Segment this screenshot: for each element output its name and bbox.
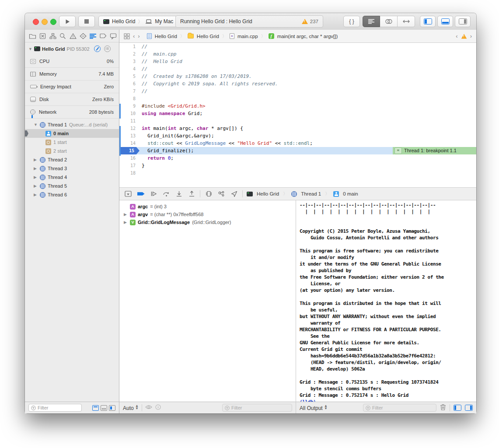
code-line[interactable]: 3// Hello Grid [119, 58, 476, 65]
line-number[interactable]: 17 [119, 162, 140, 169]
report-navigator-icon[interactable] [108, 31, 118, 41]
thread-row[interactable]: ▶Thread 4 [25, 173, 119, 182]
variable-row[interactable]: ▶Aargv= (char **) 0x7ffeefbff568 [119, 210, 296, 218]
navigator-filter-field[interactable]: Filter [28, 404, 82, 412]
jumpbar-crumb-symbol[interactable]: main(int argc, char * argv[]) [277, 34, 338, 39]
stop-button[interactable] [78, 16, 95, 27]
version-editor-button[interactable] [398, 16, 415, 27]
line-number[interactable]: 16 [119, 154, 140, 162]
disclosure-closed-icon[interactable]: ▶ [124, 220, 128, 224]
step-into-button[interactable] [174, 189, 183, 198]
debug-view-hierarchy-button[interactable] [204, 189, 213, 198]
gauge-row-network[interactable]: Network208 bytes/s [25, 106, 119, 119]
toggle-navigator-button[interactable] [420, 16, 436, 27]
code-line[interactable]: 17} [119, 162, 476, 169]
gauge-row-energy-impact[interactable]: Energy ImpactZero [25, 80, 119, 93]
line-number[interactable]: 5 [119, 73, 140, 80]
line-number[interactable]: 7 [119, 88, 140, 95]
variable-row[interactable]: Aargc= (int) 3 [119, 203, 296, 210]
toggle-inspectors-button[interactable] [455, 16, 471, 27]
thread-row[interactable]: ▶Thread 3 [25, 164, 119, 173]
test-navigator-icon[interactable] [78, 31, 87, 41]
code-line[interactable]: 4// [119, 65, 476, 73]
line-number[interactable]: 8 [119, 95, 140, 102]
console-filter-field[interactable]: Filter [363, 404, 436, 412]
code-line[interactable]: 15 Grid_finalize();=Thread 1: breakpoint… [119, 147, 476, 154]
code-line[interactable]: 16 return 0; [119, 154, 476, 162]
code-line[interactable]: 14 std::cout << GridLogMessage << "Hello… [119, 140, 476, 147]
hide-debug-area-button[interactable] [124, 189, 133, 198]
thread-row[interactable]: ▶Thread 2 [25, 155, 119, 164]
find-navigator-icon[interactable] [58, 31, 67, 41]
previous-issue-icon[interactable]: ‹ [456, 33, 457, 39]
line-number[interactable]: 10 [119, 110, 140, 117]
disclosure-closed-icon[interactable]: ▶ [124, 212, 128, 217]
view-process-by-queue-icon[interactable] [101, 405, 107, 411]
line-number[interactable]: 6 [119, 80, 140, 88]
variables-view[interactable]: Aargc= (int) 3▶Aargv= (char **) 0x7ffeef… [119, 200, 296, 402]
stack-frame-row[interactable]: 1 start [25, 138, 119, 147]
assistant-editor-button[interactable] [380, 16, 398, 27]
disclosure-closed-icon[interactable]: ▶ [34, 192, 38, 197]
filter-flagged-threads-icon[interactable] [92, 405, 99, 411]
code-line[interactable]: 13 Grid_init(&argc,&argv); [119, 132, 476, 140]
thread-row[interactable]: ▼Thread 1Queue:...d (serial) [25, 120, 119, 129]
disclosure-open-icon[interactable]: ▼ [34, 122, 38, 127]
line-number[interactable]: 11 [119, 117, 140, 125]
code-line[interactable]: 10using namespace Grid; [119, 110, 476, 117]
activity-viewer[interactable]: Running Hello Grid : Hello Grid 237 [175, 15, 323, 28]
breakpoint-annotation[interactable]: =Thread 1: breakpoint 1.1 [393, 147, 476, 154]
simulate-location-button[interactable] [230, 189, 238, 198]
disclosure-closed-icon[interactable]: ▶ [34, 175, 38, 179]
breakpoint-indicator[interactable]: 15 [119, 147, 140, 154]
code-line[interactable]: 2// main.cpp [119, 50, 476, 58]
line-number[interactable]: 1 [119, 43, 140, 50]
line-number[interactable]: 4 [119, 65, 140, 73]
code-line[interactable]: 11 [119, 117, 476, 125]
code-line[interactable]: 1// [119, 43, 476, 50]
console-output[interactable]: --|--|--|--|--|--|--|--|--|--|--|--|--|-… [296, 200, 476, 402]
breakpoints-toggle-button[interactable] [136, 189, 145, 198]
clear-console-button[interactable] [440, 404, 446, 412]
run-button[interactable] [59, 16, 76, 27]
issue-navigator-icon[interactable] [68, 31, 77, 41]
go-forward-icon[interactable]: › [138, 33, 140, 39]
continue-button[interactable] [149, 189, 158, 198]
line-number[interactable]: 14 [119, 140, 140, 147]
disclosure-closed-icon[interactable]: ▶ [34, 166, 38, 171]
line-number[interactable]: 9 [119, 102, 140, 110]
jumpbar-crumb-file[interactable]: main.cpp [237, 34, 258, 39]
toggle-console-button[interactable] [465, 405, 473, 411]
gauge-row-memory[interactable]: Memory7.4 MB [25, 68, 119, 80]
standard-editor-button[interactable] [363, 16, 380, 27]
project-navigator-icon[interactable] [28, 31, 37, 41]
related-items-icon[interactable] [124, 33, 130, 39]
code-line[interactable]: 9#include <Grid/Grid.h> [119, 102, 476, 110]
stack-frame-row[interactable]: 2 start [25, 147, 119, 155]
thread-row[interactable]: ▶Thread 5 [25, 182, 119, 190]
variable-row[interactable]: ▶VGrid::GridLogMessage(Grid::GridLogger) [119, 218, 296, 226]
line-number[interactable]: 18 [119, 169, 140, 177]
jumpbar-crumb-group[interactable]: Hello Grid [197, 34, 219, 39]
variables-filter-field[interactable]: Filter [222, 404, 292, 412]
code-line[interactable]: 7// [119, 88, 476, 95]
gauge-row-disk[interactable]: DiskZero KB/s [25, 93, 119, 106]
output-selector[interactable]: All Output ▲▼ [300, 405, 328, 411]
source-editor[interactable]: 1//2// main.cpp3// Hello Grid4//5// Crea… [119, 43, 476, 187]
toggle-variables-view-button[interactable] [454, 405, 461, 411]
disclosure-closed-icon[interactable]: ▶ [34, 184, 38, 188]
library-button[interactable]: { } [343, 16, 360, 27]
close-button[interactable] [33, 19, 39, 25]
code-line[interactable]: 12int main(int argc, char * argv[]) { [119, 125, 476, 132]
toggle-debug-area-button[interactable] [437, 16, 453, 27]
step-out-button[interactable] [187, 189, 196, 198]
code-line[interactable]: 8 [119, 95, 476, 102]
debug-navigator-icon[interactable] [88, 31, 98, 41]
stack-frame-row[interactable]: 0 main [25, 129, 119, 138]
scheme-selector[interactable]: Hello Grid 〉 My Mac [98, 16, 178, 27]
console-view[interactable]: --|--|--|--|--|--|--|--|--|--|--|--|--|-… [296, 200, 476, 402]
thread-row[interactable]: ▶Thread 6 [25, 190, 119, 199]
line-number[interactable]: 2 [119, 50, 140, 58]
disclosure-open-icon[interactable]: ▼ [28, 47, 32, 51]
issue-warning-icon[interactable] [461, 34, 467, 38]
